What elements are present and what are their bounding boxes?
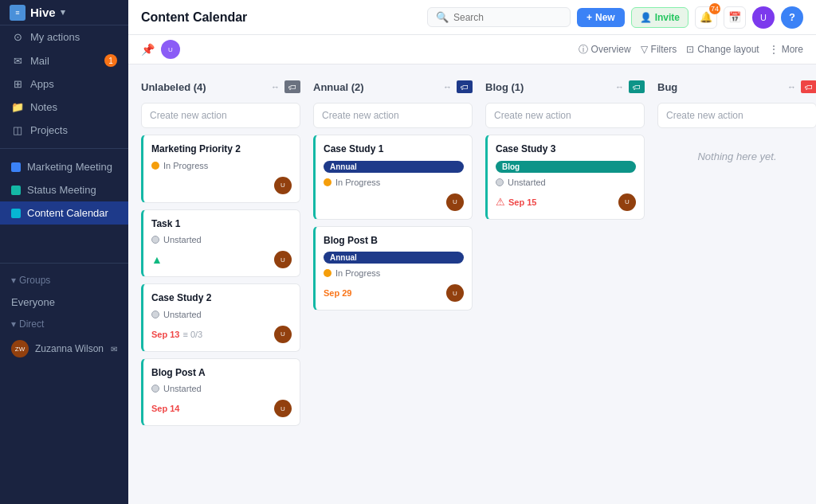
- hive-logo: ≡: [10, 5, 26, 21]
- expand-icon: ↔: [443, 82, 452, 92]
- actions-icon: ⊙: [11, 31, 24, 43]
- user-name: Zuzanna Wilson: [35, 343, 104, 354]
- sidebar-item-label: Projects: [30, 124, 68, 136]
- status-dot: [151, 311, 159, 318]
- status-text: Unstarted: [163, 235, 202, 244]
- card-marketing-priority-2[interactable]: Marketing Priority 2 In Progress U: [141, 135, 300, 203]
- create-action-unlabeled[interactable]: Create new action: [141, 103, 300, 128]
- toolbar-right: ⓘ Overview ▽ Filters ⊡ Change layout ⋮ M…: [579, 43, 803, 57]
- status-row: Unstarted: [151, 384, 292, 393]
- column-annual: Annual (2) ↔ 🏷 Create new action Case St…: [313, 77, 473, 311]
- calendar-icon: 📅: [728, 11, 741, 23]
- overview-button[interactable]: ⓘ Overview: [579, 43, 631, 57]
- card-title: Blog Post A: [151, 367, 292, 380]
- notifications-badge: 74: [709, 3, 720, 14]
- expand-icon: ↔: [615, 82, 624, 92]
- sidebar-item-my-actions[interactable]: ⊙ My actions: [0, 25, 128, 49]
- sidebar-item-status-meeting[interactable]: Status Meeting: [0, 178, 128, 201]
- tag-icon-gray: 🏷: [284, 80, 300, 93]
- card-blog-post-a[interactable]: Blog Post A Unstarted Sep 14 U: [141, 358, 300, 427]
- column-title: Annual (2): [313, 81, 438, 93]
- column-header-annual: Annual (2) ↔ 🏷: [313, 77, 473, 96]
- status-dot: [151, 385, 159, 393]
- expand-icon: ↔: [787, 82, 796, 92]
- badge-annual: Annual: [324, 252, 464, 264]
- status-row: In Progress: [324, 178, 464, 187]
- notifications-button[interactable]: 🔔 74: [695, 6, 717, 29]
- status-text: In Progress: [335, 178, 380, 187]
- nothing-text: Nothing here yet.: [657, 135, 816, 178]
- help-button[interactable]: ?: [781, 6, 803, 29]
- status-row: Unstarted: [151, 235, 292, 244]
- sidebar: ≡ Hive ▾ ⊙ My actions ✉ Mail 1 ⊞ Apps 📁 …: [0, 0, 128, 504]
- invite-button[interactable]: 👤 Invite: [631, 7, 688, 28]
- sidebar-item-mail[interactable]: ✉ Mail 1: [0, 49, 128, 72]
- color-dot-blue: [11, 162, 21, 172]
- app-name: Hive: [30, 6, 56, 19]
- status-text: Unstarted: [163, 310, 202, 319]
- chevron-icon-2: ▾: [11, 318, 16, 330]
- change-layout-button[interactable]: ⊡ Change layout: [686, 44, 759, 55]
- triangle-icon: ▲: [151, 253, 163, 266]
- create-action-annual[interactable]: Create new action: [313, 103, 473, 128]
- sidebar-header[interactable]: ≡ Hive ▾: [0, 0, 128, 25]
- new-button[interactable]: + New: [577, 8, 625, 27]
- card-date: Sep 13: [151, 330, 179, 339]
- search-input[interactable]: [453, 12, 562, 23]
- search-bar[interactable]: 🔍: [427, 7, 571, 27]
- avatar: U: [274, 177, 292, 194]
- badge-blog: Blog: [496, 161, 636, 173]
- tag-icon-blue: 🏷: [457, 80, 473, 93]
- card-date: Sep 29: [324, 288, 351, 298]
- card-case-study-1[interactable]: Case Study 1 Annual In Progress U: [313, 135, 473, 220]
- filters-button[interactable]: ▽ Filters: [641, 44, 677, 55]
- chevron-icon: ▾: [11, 275, 16, 286]
- card-title: Task 1: [151, 218, 292, 231]
- status-row: Unstarted: [151, 310, 292, 319]
- avatar: U: [274, 251, 292, 268]
- card-footer: U: [324, 193, 464, 211]
- calendar-button[interactable]: 📅: [724, 6, 746, 29]
- create-action-bug[interactable]: Create new action: [657, 103, 816, 128]
- status-dot: [324, 178, 332, 186]
- user-avatar[interactable]: U: [752, 6, 775, 29]
- tag-icon-red: 🏷: [801, 80, 816, 93]
- card-case-study-3[interactable]: Case Study 3 Blog Unstarted ⚠ Sep 15 U: [485, 135, 645, 220]
- projects-icon: ◫: [11, 124, 24, 136]
- main-content: Content Calendar 🔍 + New 👤 Invite 🔔 74 📅…: [128, 0, 816, 504]
- column-title: Bug: [657, 81, 783, 93]
- chevron-down-icon: ▾: [61, 7, 65, 18]
- more-button[interactable]: ⋮ More: [769, 44, 803, 55]
- avatar: U: [274, 400, 292, 417]
- sidebar-item-projects[interactable]: ◫ Projects: [0, 119, 128, 142]
- sidebar-item-content-calendar[interactable]: Content Calendar: [0, 201, 128, 225]
- card-case-study-2[interactable]: Case Study 2 Unstarted Sep 13 ≡ 0/3 U: [141, 283, 300, 352]
- card-title: Case Study 1: [324, 143, 464, 156]
- sidebar-item-zuzanna[interactable]: ZW Zuzanna Wilson ✉: [0, 334, 128, 363]
- card-date: Sep 15: [508, 197, 536, 207]
- card-date: Sep 14: [151, 404, 179, 413]
- card-task-1[interactable]: Task 1 Unstarted ▲ U: [141, 209, 300, 278]
- groups-section[interactable]: ▾ Groups: [0, 270, 128, 291]
- avatar: U: [618, 193, 636, 211]
- sidebar-item-everyone[interactable]: Everyone: [0, 291, 128, 314]
- status-dot: [151, 236, 159, 244]
- avatar: U: [446, 284, 464, 302]
- board: Unlabeled (4) ↔ 🏷 Create new action Mark…: [128, 64, 816, 504]
- more-icon: ⋮: [769, 44, 779, 55]
- create-action-blog[interactable]: Create new action: [485, 103, 645, 128]
- column-unlabeled: Unlabeled (4) ↔ 🏷 Create new action Mark…: [141, 77, 300, 426]
- sidebar-item-marketing-meeting[interactable]: Marketing Meeting: [0, 155, 128, 178]
- card-title: Blog Post B: [324, 235, 464, 248]
- sidebar-item-apps[interactable]: ⊞ Apps: [0, 72, 128, 96]
- expand-icon: ↔: [271, 82, 280, 92]
- sidebar-item-notes[interactable]: 📁 Notes: [0, 96, 128, 119]
- groups-label: Groups: [19, 275, 50, 286]
- card-blog-post-b[interactable]: Blog Post B Annual In Progress Sep 29 U: [313, 226, 473, 311]
- column-header-blog: Blog (1) ↔ 🏷: [485, 77, 645, 96]
- status-text: Unstarted: [508, 178, 546, 187]
- color-dot-cyan: [11, 209, 21, 218]
- direct-section[interactable]: ▾ Direct: [0, 314, 128, 334]
- card-footer: Sep 14 U: [151, 400, 292, 417]
- avatar: U: [446, 193, 464, 211]
